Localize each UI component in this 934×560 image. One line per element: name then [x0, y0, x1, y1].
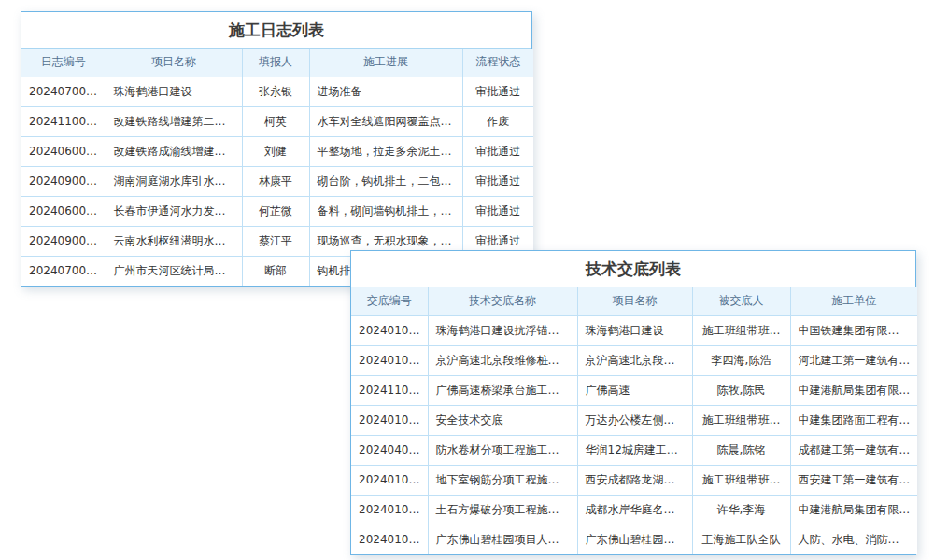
table-row: 2024010003安全技术交底万达办公楼左侧...施工班组带班...中建集团路…	[351, 405, 917, 435]
construction-unit: 中建港航局集团有限...	[790, 375, 917, 405]
construction-unit: 西安建工第一建筑有...	[790, 465, 917, 495]
disclosed-person: 施工班组带班...	[692, 465, 790, 495]
status-badge: 审批通过	[462, 77, 533, 106]
table-row: 2024040001防水卷材分项工程施工技...华润12城房建工程...陈晨,陈…	[351, 435, 917, 465]
project-name-link[interactable]: 广东佛山碧桂园项目	[577, 525, 692, 554]
construction-log-title: 施工日志列表	[21, 12, 531, 49]
log-id-link[interactable]: 2024060006	[21, 136, 106, 166]
project-name-link[interactable]: 改建铁路成渝线增建第二...	[106, 136, 242, 166]
disclosure-name-link[interactable]: 京沪高速北京段维修桩幅...	[428, 345, 577, 375]
disclosure-id-link[interactable]: 2024010003	[351, 315, 428, 345]
disclosure-name-link[interactable]: 广东佛山碧桂园项目人防...	[428, 525, 577, 554]
status-badge: 审批通过	[462, 136, 533, 166]
disclosure-id-link[interactable]: 2024010002	[351, 465, 428, 495]
disclosure-id-link[interactable]: 2024010002	[351, 495, 428, 525]
reporter-name: 断部	[242, 256, 309, 286]
project-name-link[interactable]: 珠海鹤港口建设	[577, 315, 692, 345]
disclosure-column-unit: 施工单位	[790, 287, 917, 315]
disclosed-person: 王海施工队全队	[692, 525, 790, 554]
table-header-row: 交底编号技术交底名称项目名称被交底人施工单位	[351, 287, 917, 315]
disclosed-person: 许华,李海	[692, 495, 790, 525]
progress-text: 平整场地，拉走多余泥土15...	[309, 136, 462, 166]
disclosure-name-link[interactable]: 防水卷材分项工程施工技...	[428, 435, 577, 465]
project-name-link[interactable]: 珠海鹤港口建设	[106, 77, 242, 106]
project-name-link[interactable]: 万达办公楼左侧...	[577, 405, 692, 435]
disclosure-column-id: 交底编号	[351, 287, 428, 315]
log-column-status: 流程状态	[462, 49, 533, 77]
progress-text: 备料，砌间墙钩机排土，瓦...	[309, 196, 462, 226]
project-name-link[interactable]: 广州市天河区统计局机房...	[106, 256, 242, 286]
disclosed-person: 施工班组带班...	[692, 405, 790, 435]
log-id-link[interactable]: 2024070011	[21, 256, 106, 286]
disclosure-id-link[interactable]: 2024010001	[351, 525, 428, 554]
log-column-id: 日志编号	[21, 49, 106, 77]
disclosure-id-link[interactable]: 2024110001	[351, 375, 428, 405]
project-name-link[interactable]: 华润12城房建工程...	[577, 435, 692, 465]
construction-unit: 成都建工第一建筑有...	[790, 435, 917, 465]
reporter-name: 张永银	[242, 77, 309, 106]
disclosure-id-link[interactable]: 2024040001	[351, 435, 428, 465]
reporter-name: 柯英	[242, 106, 309, 136]
disclosed-person: 李四海,陈浩	[692, 345, 790, 375]
disclosed-person: 陈牧,陈民	[692, 375, 790, 405]
disclosed-person: 陈晨,陈铭	[692, 435, 790, 465]
construction-unit: 中建集团路面工程有...	[790, 405, 917, 435]
log-id-link[interactable]: 2024090009	[21, 226, 106, 256]
log-id-link[interactable]: 2024110002	[21, 106, 106, 136]
table-row: 2024110001广佛高速桥梁承台施工技...广佛高速陈牧,陈民中建港航局集团…	[351, 375, 917, 405]
progress-text: 水车对全线遮阳网覆盖点进...	[309, 106, 462, 136]
table-row: 2024110002改建铁路线增建第二线直...柯英水车对全线遮阳网覆盖点进..…	[21, 106, 533, 136]
construction-unit: 河北建工第一建筑有...	[790, 345, 917, 375]
log-id-link[interactable]: 2024060005	[21, 196, 106, 226]
construction-log-panel: 施工日志列表 日志编号项目名称填报人施工进展流程状态2024070011珠海鹤港…	[21, 11, 532, 287]
table-row: 2024070011珠海鹤港口建设张永银进场准备审批通过	[21, 77, 533, 106]
disclosure-name-link[interactable]: 安全技术交底	[428, 405, 577, 435]
disclosure-id-link[interactable]: 2024010003	[351, 405, 428, 435]
status-badge: 审批通过	[462, 166, 533, 196]
project-name-link[interactable]: 成都水岸华庭名苑...	[577, 495, 692, 525]
disclosed-person: 施工班组带班...	[692, 315, 790, 345]
construction-unit: 中国铁建集团有限公司	[790, 315, 917, 345]
disclosure-id-link[interactable]: 2024010004	[351, 345, 428, 375]
project-name-link[interactable]: 西安成都路龙湖上...	[577, 465, 692, 495]
table-row: 2024010004京沪高速北京段维修桩幅...京沪高速北京段维修李四海,陈浩河…	[351, 345, 917, 375]
project-name-link[interactable]: 湖南洞庭湖水库引水工程...	[106, 166, 242, 196]
table-row: 2024090009湖南洞庭湖水库引水工程...林康平砌台阶，钩机排土，二包砌.…	[21, 166, 533, 196]
status-badge: 审批通过	[462, 196, 533, 226]
log-id-link[interactable]: 2024090009	[21, 166, 106, 196]
log-id-link[interactable]: 2024070011	[21, 77, 106, 106]
disclosure-name-link[interactable]: 珠海鹤港口建设抗浮锚杆...	[428, 315, 577, 345]
reporter-name: 何芷微	[242, 196, 309, 226]
project-name-link[interactable]: 长春市伊通河水力发电厂...	[106, 196, 242, 226]
log-column-project: 项目名称	[106, 49, 242, 77]
log-column-progress: 施工进展	[309, 49, 462, 77]
disclosure-name-link[interactable]: 土石方爆破分项工程施工...	[428, 495, 577, 525]
project-name-link[interactable]: 云南水利枢纽潜明水库一...	[106, 226, 242, 256]
disclosure-column-project: 项目名称	[577, 287, 692, 315]
table-row: 2024060006改建铁路成渝线增建第二...刘健平整场地，拉走多余泥土15.…	[21, 136, 533, 166]
progress-text: 进场准备	[309, 77, 462, 106]
reporter-name: 林康平	[242, 166, 309, 196]
technical-disclosure-title: 技术交底列表	[351, 251, 915, 287]
disclosure-column-name: 技术交底名称	[428, 287, 577, 315]
disclosure-name-link[interactable]: 地下室钢筋分项工程施工...	[428, 465, 577, 495]
table-row: 2024010002土石方爆破分项工程施工...成都水岸华庭名苑...许华,李海…	[351, 495, 917, 525]
table-row: 2024010002地下室钢筋分项工程施工...西安成都路龙湖上...施工班组带…	[351, 465, 917, 495]
project-name-link[interactable]: 广佛高速	[577, 375, 692, 405]
disclosure-name-link[interactable]: 广佛高速桥梁承台施工技...	[428, 375, 577, 405]
construction-unit: 中建港航局集团有限...	[790, 495, 917, 525]
disclosure-column-person: 被交底人	[692, 287, 790, 315]
progress-text: 砌台阶，钩机排土，二包砌...	[309, 166, 462, 196]
technical-disclosure-table: 交底编号技术交底名称项目名称被交底人施工单位2024010003珠海鹤港口建设抗…	[351, 287, 917, 554]
table-row: 2024060005长春市伊通河水力发电厂...何芷微备料，砌间墙钩机排土，瓦.…	[21, 196, 533, 226]
project-name-link[interactable]: 京沪高速北京段维修	[577, 345, 692, 375]
table-header-row: 日志编号项目名称填报人施工进展流程状态	[21, 49, 533, 77]
status-badge: 作废	[462, 106, 533, 136]
project-name-link[interactable]: 改建铁路线增建第二线直...	[106, 106, 242, 136]
reporter-name: 蔡江平	[242, 226, 309, 256]
table-row: 2024010003珠海鹤港口建设抗浮锚杆...珠海鹤港口建设施工班组带班...…	[351, 315, 917, 345]
reporter-name: 刘健	[242, 136, 309, 166]
technical-disclosure-panel: 技术交底列表 交底编号技术交底名称项目名称被交底人施工单位2024010003珠…	[350, 250, 916, 555]
table-row: 2024010001广东佛山碧桂园项目人防...广东佛山碧桂园项目王海施工队全队…	[351, 525, 917, 554]
log-column-reporter: 填报人	[242, 49, 309, 77]
